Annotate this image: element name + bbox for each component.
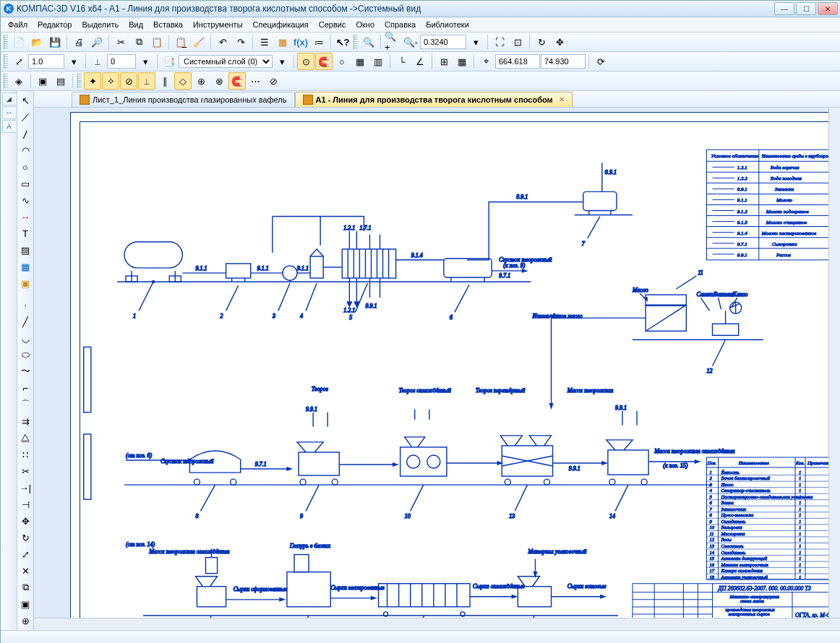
zoom-extent-button[interactable]: ⊡ [509, 33, 526, 51]
table-tool[interactable]: ▦ [17, 259, 33, 275]
point-tool[interactable]: · [17, 297, 33, 313]
mirror-tool[interactable]: ⧋ [17, 430, 33, 446]
render-button[interactable]: ▣ [34, 72, 51, 90]
frame-tool[interactable]: ▣ [17, 275, 33, 291]
snap-mid-button[interactable]: 🧲 [315, 53, 333, 70]
snap-perp-button[interactable]: ⟂ [138, 72, 155, 90]
zoom-in-button[interactable]: 🔍+ [384, 33, 401, 51]
toolbar-grip[interactable] [4, 54, 8, 69]
properties-button[interactable]: 🧹 [190, 33, 207, 51]
vertical-scrollbar[interactable] [828, 108, 840, 618]
cursor-tool[interactable]: ↖ [17, 92, 33, 108]
snap-grid-button[interactable]: ▦ [351, 53, 369, 70]
snap-par-button[interactable]: ∥ [156, 72, 173, 90]
snap-quad-button[interactable]: ◇ [174, 72, 192, 90]
snap-center-button[interactable]: ○ [333, 53, 351, 70]
layer-select[interactable]: Системный слой (0) [179, 55, 273, 68]
text-tool[interactable]: T [17, 225, 33, 241]
zoom-out-button[interactable]: 🔍- [402, 33, 419, 51]
snap-near-button[interactable]: ✦ [84, 72, 101, 90]
snap-mag-button[interactable]: 🧲 [228, 72, 246, 90]
toolbar-grip[interactable] [4, 35, 8, 49]
menu-file[interactable]: Файл [4, 20, 32, 30]
tab-text[interactable]: A [2, 120, 16, 133]
zoom-dropdown-button[interactable]: ▾ [467, 33, 484, 51]
refresh-button[interactable]: ↻ [533, 33, 550, 51]
preview-button[interactable]: 🔎 [88, 33, 106, 51]
aux-arc-tool[interactable]: ◡ [17, 330, 33, 346]
coord-x-input[interactable] [495, 54, 540, 69]
paste-special-button[interactable]: 📋̲ [172, 33, 189, 51]
offset-tool[interactable]: ⇉ [17, 413, 33, 429]
rotate-tool[interactable]: ↻ [17, 530, 33, 545]
refresh-view-button[interactable]: ⟳ [592, 53, 609, 70]
scale-tool[interactable]: ⤢ [17, 546, 33, 562]
step-input[interactable] [107, 54, 136, 69]
chamfer-tool[interactable]: ⌐ [17, 380, 33, 396]
curve-tool[interactable]: 〜 [17, 363, 33, 379]
snap-end-button[interactable]: ⊙ [297, 53, 314, 70]
tab-geometry[interactable]: ◢ [2, 92, 16, 105]
save-button[interactable]: 💾 [46, 33, 64, 51]
maximize-button[interactable]: ☐ [796, 2, 816, 15]
delete-tool[interactable]: ✕ [17, 563, 33, 579]
grid-on-button[interactable]: ⊞ [435, 53, 453, 70]
menu-select[interactable]: Выделить [77, 20, 123, 30]
scale-input[interactable] [28, 54, 64, 69]
menu-tools[interactable]: Инструменты [189, 20, 247, 30]
select-arrow-button[interactable]: ↖? [334, 33, 351, 51]
menu-spec[interactable]: Спецификация [249, 20, 313, 30]
redo-button[interactable]: ↷ [232, 33, 249, 51]
print-button[interactable]: 🖨 [70, 33, 87, 51]
hatch-tool[interactable]: ▨ [17, 242, 33, 258]
ortho-button[interactable]: └ [393, 53, 411, 70]
paste-button[interactable]: 📋 [148, 33, 166, 51]
step-dd-button[interactable]: ▾ [137, 53, 154, 70]
zoom-value-input[interactable] [420, 35, 466, 49]
toolbar-grip[interactable] [353, 35, 358, 49]
circle-tool[interactable]: ○ [17, 159, 33, 175]
arc-tool[interactable]: ◠ [17, 142, 33, 158]
zoom-tool-button[interactable]: 🔍 [360, 33, 377, 51]
doc-tab-1[interactable]: Лист_1_Линия производства глазированных … [72, 92, 295, 107]
doc-tab-2[interactable]: A1 - Линия для производства творога кисл… [295, 92, 573, 107]
toolbar-grip[interactable] [77, 74, 82, 88]
ellipse-tool[interactable]: ⬭ [17, 347, 33, 363]
menu-window[interactable]: Окно [351, 20, 379, 30]
vars2-button[interactable]: ≔ [310, 33, 327, 51]
tab-close-icon[interactable]: ✕ [559, 95, 565, 103]
angle-button[interactable]: ⟂ [89, 53, 106, 70]
lib-button[interactable]: ▦ [274, 33, 291, 51]
snap-grid2-button[interactable]: ▥ [369, 53, 387, 70]
group-tool[interactable]: ⧉ [17, 579, 33, 595]
aux-line-tool[interactable]: ╱ [17, 314, 33, 329]
horizontal-scrollbar[interactable] [34, 618, 840, 630]
trim-tool[interactable]: ✂ [17, 463, 33, 479]
polyline-tool[interactable]: 〳 [17, 126, 33, 142]
grid2-button[interactable]: ▦ [453, 53, 471, 70]
snap-tan-button[interactable]: ⊘ [120, 72, 137, 90]
rect-tool[interactable]: ▭ [17, 176, 33, 191]
menu-help[interactable]: Справка [380, 20, 420, 30]
menu-edit[interactable]: Редактор [33, 20, 76, 30]
iso-button[interactable]: ◈ [10, 72, 27, 90]
snap-ins-button[interactable]: ⊕ [192, 72, 210, 90]
manager-button[interactable]: ☰ [256, 33, 273, 51]
snap-none-button[interactable]: ⊘ [265, 72, 282, 90]
open-button[interactable]: 📂 [28, 33, 46, 51]
dim-tool[interactable]: ↔ [17, 209, 33, 225]
drawing-area[interactable]: 1 9.1.1 2 9.1.1 3 9.1.1 4 1.2.11.7.1 1.2… [34, 108, 840, 618]
menu-libs[interactable]: Библиотеки [421, 20, 473, 30]
vars-button[interactable]: f(x) [292, 33, 309, 51]
new-doc-button[interactable]: 📄 [10, 33, 27, 51]
move-tool[interactable]: ✥ [17, 513, 33, 529]
scale-dd-button[interactable]: ▾ [65, 53, 82, 70]
ucs-button[interactable]: ⤢ [10, 53, 27, 70]
coord-y-input[interactable] [541, 54, 586, 69]
close-button[interactable]: ✕ [818, 2, 838, 15]
copy-button[interactable]: ⧉ [130, 33, 147, 51]
insblk-tool[interactable]: ⊕ [17, 613, 33, 629]
menu-service[interactable]: Сервис [314, 20, 351, 30]
cut-button[interactable]: ✂ [112, 33, 129, 51]
array-tool[interactable]: ∷ [17, 446, 33, 462]
